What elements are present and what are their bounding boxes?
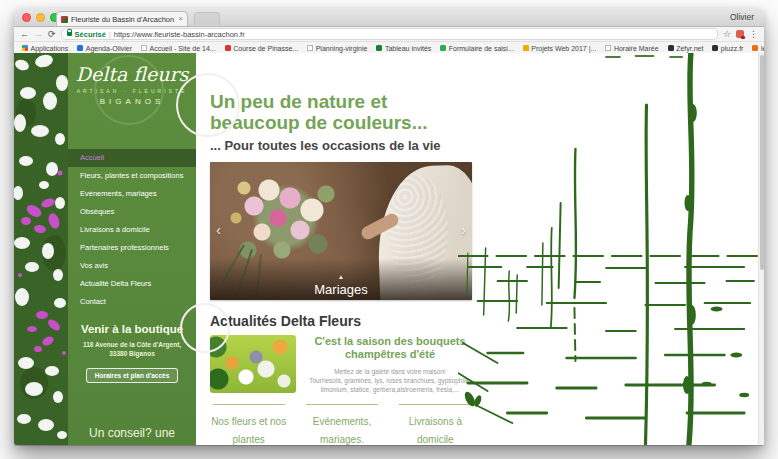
- bookmark-horaire-maree[interactable]: Horaire Marée: [605, 45, 658, 52]
- footer-links: Nos fleurs et nos plantes Evénements, ma…: [210, 404, 474, 445]
- lock-icon: [67, 32, 72, 36]
- reeds-graphic: [458, 53, 758, 445]
- spreadsheet-icon: [376, 45, 382, 51]
- dark-site-icon: [668, 45, 674, 51]
- page-content: Delta fleurs ARTISAN · FLEURISTE BIGANOS…: [14, 53, 764, 445]
- calendar-icon: [77, 45, 83, 51]
- url-text: https://www.fleuriste-bassin-arcachon.fr: [114, 30, 245, 39]
- bookmark-label: le site de l'Associati...: [761, 45, 764, 52]
- titlebar: Fleuriste du Bassin d'Arcachon × Olivier: [14, 8, 764, 27]
- sidebar-item-actualite[interactable]: Actualité Delta Fleurs: [68, 275, 196, 293]
- browser-tab[interactable]: Fleuriste du Bassin d'Arcachon ×: [56, 11, 188, 26]
- news-article: C'est la saison des bouquets champêtres …: [210, 335, 474, 394]
- forward-icon[interactable]: →: [34, 29, 43, 39]
- carousel-caption[interactable]: Mariages: [210, 282, 472, 297]
- sidebar-item-evenements-mariages[interactable]: Evénements, mariages: [68, 185, 196, 203]
- url-separator: |: [109, 30, 111, 39]
- extension-icon[interactable]: [736, 30, 744, 38]
- bookmark-label: pluzz.fr: [721, 45, 744, 52]
- folder-icon: [523, 45, 529, 51]
- shop-address: 118 Avenue de la Côte d'Argent, 33380 Bi…: [76, 340, 188, 358]
- logo-tagline: ARTISAN · FLEURISTE: [68, 88, 196, 94]
- address-bar[interactable]: Sécurisé | https://www.fleuriste-bassin-…: [61, 28, 718, 40]
- bookmark-planning-virginie[interactable]: Planning-virginie: [307, 45, 367, 52]
- visit-shop-block: Venir à la boutique 118 Avenue de la Côt…: [68, 323, 196, 383]
- back-icon[interactable]: ←: [20, 29, 29, 39]
- floral-pattern-graphic: [14, 53, 68, 445]
- bookmark-accueil-site[interactable]: Accueil - Site de 14...: [141, 45, 216, 52]
- apps-grid-icon: [22, 45, 28, 51]
- bookmark-association[interactable]: le site de l'Associati...: [752, 45, 764, 52]
- bookmark-label: Horaire Marée: [614, 45, 659, 52]
- bookmark-zefyr[interactable]: Zefyr.net: [668, 45, 704, 52]
- menu-icon[interactable]: ⋮: [749, 29, 758, 39]
- sidebar-item-contact[interactable]: Contact: [68, 293, 196, 311]
- carousel-prev-icon[interactable]: ‹: [216, 221, 221, 238]
- news-section-title: Actualités Delta Fleurs: [210, 313, 474, 329]
- reload-icon[interactable]: ⟳: [48, 29, 56, 39]
- bookmark-applications[interactable]: Applications: [22, 45, 68, 52]
- reeds-illustration: [458, 53, 758, 445]
- desktop: Fleuriste du Bassin d'Arcachon × Olivier…: [0, 0, 778, 459]
- bookmark-label: Agenda-Olivier: [86, 45, 132, 52]
- bookmark-label: Planning-virginie: [316, 45, 368, 52]
- sidebar-item-partenaires[interactable]: Partenaires professionnels: [68, 239, 196, 257]
- floral-watermark: [176, 73, 240, 137]
- bookmark-label: Tableau invités: [385, 45, 431, 52]
- sidebar-item-livraisons[interactable]: Livraisons à domicile: [68, 221, 196, 239]
- bookmark-formulaire-saisie[interactable]: Formulaire de saisi...: [440, 45, 513, 52]
- caret-up-icon: ▲: [338, 274, 344, 280]
- bookmark-label: Course de Pinasse...: [233, 45, 298, 52]
- footer-link-evenements-mariages[interactable]: Evénements, mariages.: [303, 404, 380, 445]
- bookmark-projets-web[interactable]: Projets Web 2017 |...: [523, 45, 597, 52]
- sidebar-item-fleurs-plantes[interactable]: Fleurs, plantes et compositions: [68, 167, 196, 185]
- browser-toolbar: ← → ⟳ Sécurisé | https://www.fleuriste-b…: [14, 27, 764, 42]
- bookmark-course-pinasse[interactable]: Course de Pinasse...: [225, 45, 298, 52]
- bookmark-label: Projets Web 2017 |...: [531, 45, 596, 52]
- news-article-title[interactable]: C'est la saison des bouquets champêtres …: [306, 335, 474, 361]
- floral-border-art: [14, 53, 68, 445]
- hero-subtitle: ... Pour toutes les occasions de la vie: [210, 138, 474, 153]
- main-column: Un peu de nature et beaucoup de couleurs…: [196, 53, 474, 445]
- new-tab-button[interactable]: [194, 12, 220, 25]
- sidebar-item-obseques[interactable]: Obsèques: [68, 203, 196, 221]
- tab-close-icon[interactable]: ×: [178, 15, 183, 23]
- bookmark-label: Formulaire de saisi...: [449, 45, 514, 52]
- hero-title: Un peu de nature et beaucoup de couleurs…: [210, 91, 474, 133]
- page-scrollbar[interactable]: [758, 53, 764, 445]
- scrollbar-thumb[interactable]: [760, 55, 764, 270]
- news-article-text: Mettez de la gaieté dans votre maison! T…: [306, 367, 474, 394]
- hours-access-button[interactable]: Horaires et plan d'accès: [86, 368, 179, 383]
- bookmark-star-icon[interactable]: ☆: [723, 29, 731, 39]
- red-site-icon: [225, 45, 231, 51]
- dark-site-icon: [712, 45, 718, 51]
- site-favicon-icon: [61, 16, 68, 23]
- bookmark-pluzz[interactable]: pluzz.fr: [712, 45, 743, 52]
- footer-link-fleurs-plantes[interactable]: Nos fleurs et nos plantes: [210, 404, 287, 445]
- profile-name[interactable]: Olivier: [730, 12, 754, 22]
- form-icon: [440, 45, 446, 51]
- news-body: C'est la saison des bouquets champêtres …: [306, 335, 474, 394]
- orange-site-icon: [752, 45, 758, 51]
- sidebar-item-accueil[interactable]: Accueil: [68, 149, 196, 167]
- close-window-button[interactable]: [22, 13, 31, 22]
- floral-watermark: [180, 303, 230, 353]
- bookmark-agenda-olivier[interactable]: Agenda-Olivier: [77, 45, 132, 52]
- hero-carousel[interactable]: ‹ › ▲ Mariages: [210, 162, 472, 300]
- bookmark-label: Accueil - Site de 14...: [150, 45, 216, 52]
- sidebar-item-vos-avis[interactable]: Vos avis: [68, 257, 196, 275]
- logo-name: Delta fleurs: [68, 63, 196, 85]
- browser-window: Fleuriste du Bassin d'Arcachon × Olivier…: [14, 8, 764, 445]
- tab-title: Fleuriste du Bassin d'Arcachon: [71, 15, 175, 24]
- bookmark-label: Zefyr.net: [676, 45, 703, 52]
- page-icon: [307, 45, 313, 51]
- visit-shop-title: Venir à la boutique: [76, 323, 188, 335]
- bookmark-label: Applications: [31, 45, 69, 52]
- traffic-lights: [22, 13, 59, 22]
- page-icon: [605, 45, 611, 51]
- sidebar-nav: Accueil Fleurs, plantes et compositions …: [68, 149, 196, 311]
- minimize-window-button[interactable]: [36, 13, 45, 22]
- bookmark-tableau-invites[interactable]: Tableau invités: [376, 45, 431, 52]
- security-label: Sécurisé: [75, 30, 106, 39]
- page-icon: [141, 45, 147, 51]
